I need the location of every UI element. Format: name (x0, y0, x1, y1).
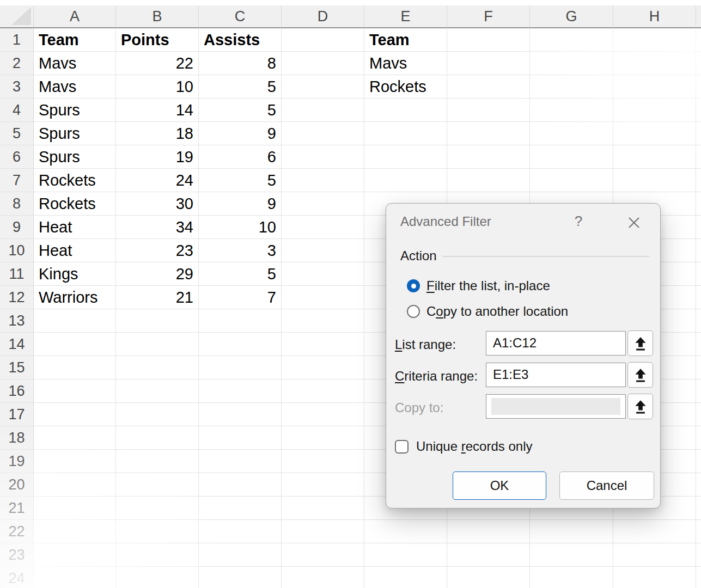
cell-D14[interactable] (282, 333, 364, 356)
cell-G6[interactable] (530, 145, 613, 169)
cell-G4[interactable] (530, 99, 613, 122)
cell-G1[interactable] (530, 28, 613, 52)
row-header-20[interactable]: 20 (0, 473, 34, 497)
cell-A5[interactable]: Spurs (34, 122, 116, 145)
row-header-18[interactable]: 18 (0, 426, 34, 450)
cell-D1[interactable] (282, 28, 364, 52)
cell-H7[interactable] (613, 169, 696, 192)
row-header-14[interactable]: 14 (0, 333, 34, 356)
criteria-range-input[interactable]: E1:E3 (486, 363, 626, 387)
cell-G24[interactable] (530, 567, 613, 588)
cell-B15[interactable] (116, 356, 199, 379)
cell-E4[interactable] (364, 99, 447, 122)
cell-C21[interactable] (199, 497, 282, 520)
cell-B2[interactable]: 22 (116, 52, 199, 75)
cell-D11[interactable] (282, 262, 364, 286)
cell-A10[interactable]: Heat (34, 239, 116, 262)
col-header-D[interactable]: D (282, 5, 364, 28)
cell-B6[interactable]: 19 (116, 145, 199, 169)
cell-D23[interactable] (282, 543, 364, 567)
unique-records-checkbox[interactable] (395, 440, 409, 454)
cell-A12[interactable]: Warriors (34, 286, 116, 309)
cell-A3[interactable]: Mavs (34, 75, 116, 99)
col-header-G[interactable]: G (530, 5, 613, 28)
radio-filter-in-place-label[interactable]: Filter the list, in-place (426, 278, 550, 293)
cell-A17[interactable] (34, 403, 116, 426)
list-range-collapse-button[interactable] (627, 330, 653, 356)
unique-records-row[interactable]: Unique records only (395, 439, 532, 454)
cell-C8[interactable]: 9 (199, 192, 282, 216)
cell-H22[interactable] (613, 520, 696, 543)
radio-copy-to-location[interactable] (407, 305, 420, 318)
cell-B10[interactable]: 23 (116, 239, 199, 262)
cell-A15[interactable] (34, 356, 116, 379)
cell-B18[interactable] (116, 426, 199, 450)
copy-to-collapse-button[interactable] (627, 394, 653, 419)
cell-D20[interactable] (282, 473, 364, 497)
cell-C2[interactable]: 8 (199, 52, 282, 75)
col-header-C[interactable]: C (199, 5, 282, 28)
radio-row-filter-in-place[interactable]: Filter the list, in-place (407, 278, 550, 293)
cell-F24[interactable] (447, 567, 530, 588)
cell-H2[interactable] (613, 52, 696, 75)
cell-C22[interactable] (199, 520, 282, 543)
cell-F22[interactable] (447, 520, 530, 543)
cell-B12[interactable]: 21 (116, 286, 199, 309)
cell-H6[interactable] (613, 145, 696, 169)
cell-E2[interactable]: Mavs (364, 52, 447, 75)
cell-D2[interactable] (282, 52, 364, 75)
cell-D6[interactable] (282, 145, 364, 169)
cell-A14[interactable] (34, 333, 116, 356)
cell-C18[interactable] (199, 426, 282, 450)
cell-B17[interactable] (116, 403, 199, 426)
row-header-7[interactable]: 7 (0, 169, 34, 192)
row-header-12[interactable]: 12 (0, 286, 34, 309)
cell-A20[interactable] (34, 473, 116, 497)
row-header-4[interactable]: 4 (0, 99, 34, 122)
col-header-E[interactable]: E (364, 5, 447, 28)
cell-B21[interactable] (116, 497, 199, 520)
cell-D13[interactable] (282, 309, 364, 333)
cell-C16[interactable] (199, 379, 282, 403)
cell-B20[interactable] (116, 473, 199, 497)
cell-C5[interactable]: 9 (199, 122, 282, 145)
cell-D5[interactable] (282, 122, 364, 145)
row-header-22[interactable]: 22 (0, 520, 34, 543)
ok-button[interactable]: OK (453, 471, 546, 500)
cell-A9[interactable]: Heat (34, 216, 116, 239)
row-header-1[interactable]: 1 (0, 28, 34, 52)
criteria-range-collapse-button[interactable] (627, 362, 653, 388)
cell-D18[interactable] (282, 426, 364, 450)
cell-C11[interactable]: 5 (199, 262, 282, 286)
cell-C13[interactable] (199, 309, 282, 333)
cell-H23[interactable] (613, 543, 696, 567)
cell-D7[interactable] (282, 169, 364, 192)
cell-F6[interactable] (447, 145, 530, 169)
cell-B13[interactable] (116, 309, 199, 333)
cell-C4[interactable]: 5 (199, 99, 282, 122)
cell-B1[interactable]: Points (116, 28, 199, 52)
cell-B24[interactable] (116, 567, 199, 588)
cell-A16[interactable] (34, 379, 116, 403)
cell-F7[interactable] (447, 169, 530, 192)
cell-A21[interactable] (34, 497, 116, 520)
cell-C24[interactable] (199, 567, 282, 588)
cell-C14[interactable] (199, 333, 282, 356)
radio-copy-to-location-label[interactable]: Copy to another location (426, 304, 568, 319)
cell-C19[interactable] (199, 450, 282, 473)
cell-H3[interactable] (613, 75, 696, 99)
cell-G3[interactable] (530, 75, 613, 99)
row-header-8[interactable]: 8 (0, 192, 34, 216)
help-icon[interactable]: ? (570, 213, 587, 230)
cell-G23[interactable] (530, 543, 613, 567)
cell-H1[interactable] (613, 28, 696, 52)
cell-C12[interactable]: 7 (199, 286, 282, 309)
cell-F4[interactable] (447, 99, 530, 122)
cell-E1[interactable]: Team (364, 28, 447, 52)
row-header-15[interactable]: 15 (0, 356, 34, 379)
cell-B23[interactable] (116, 543, 199, 567)
cell-F23[interactable] (447, 543, 530, 567)
cell-A18[interactable] (34, 426, 116, 450)
close-icon[interactable] (626, 215, 642, 231)
row-header-16[interactable]: 16 (0, 379, 34, 403)
